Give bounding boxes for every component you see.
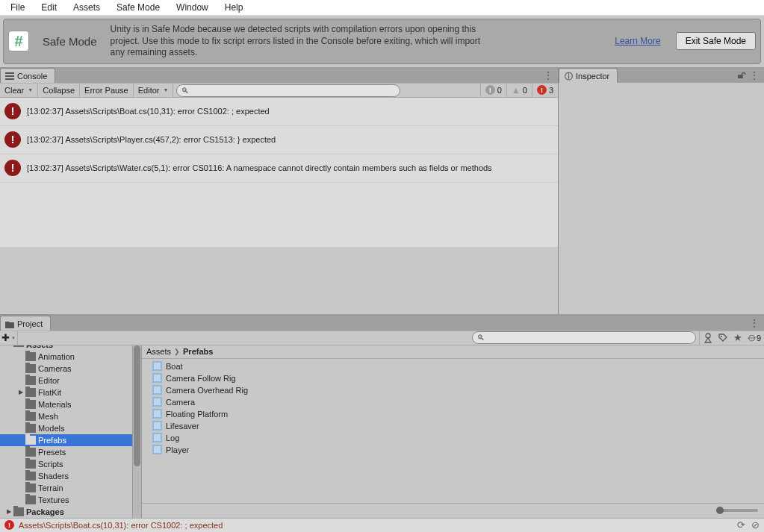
file-item[interactable]: Player bbox=[142, 444, 764, 456]
auto-refresh-icon[interactable]: ⟳ bbox=[737, 519, 745, 531]
file-item[interactable]: Floating Platform bbox=[142, 408, 764, 420]
prefab-icon bbox=[152, 385, 162, 395]
tree-item-animation[interactable]: Animation bbox=[0, 351, 141, 363]
tab-project[interactable]: Project bbox=[0, 316, 51, 331]
folder-icon bbox=[25, 376, 36, 385]
tree-item-shaders[interactable]: Shaders bbox=[0, 470, 141, 482]
console-toolbar: Clear Collapse Error Pause Editor 🔍︎ ! 0… bbox=[0, 83, 558, 98]
inspector-panel: ⓘ Inspector 🔓︎ ⋮ bbox=[559, 68, 764, 314]
filter-by-label-icon[interactable] bbox=[718, 333, 728, 343]
collapse-button[interactable]: Collapse bbox=[38, 84, 80, 97]
tree-item-flatkit[interactable]: ▶FlatKit bbox=[0, 387, 141, 398]
svg-rect-1 bbox=[5, 75, 14, 77]
svg-rect-2 bbox=[5, 78, 14, 80]
crumb-current: Prefabs bbox=[183, 347, 213, 356]
panel-menu-icon[interactable]: ⋮ bbox=[543, 69, 553, 81]
tree-item-materials[interactable]: Materials bbox=[0, 398, 141, 410]
tree-scrollbar[interactable] bbox=[132, 345, 141, 518]
error-counter[interactable]: ! 3 bbox=[532, 84, 558, 97]
activity-icon[interactable]: ⊘ bbox=[751, 519, 760, 531]
menu-help[interactable]: Help bbox=[217, 0, 251, 15]
menu-edit[interactable]: Edit bbox=[34, 0, 64, 15]
tree-item-cameras[interactable]: Cameras bbox=[0, 363, 141, 375]
console-entry[interactable]: ![13:02:37] Assets\Scripts\Water.cs(5,1)… bbox=[0, 154, 558, 183]
inspector-tab-bar: ⓘ Inspector 🔓︎ ⋮ bbox=[559, 68, 764, 83]
expand-arrow-icon[interactable]: ▶ bbox=[16, 389, 25, 395]
learn-more-link[interactable]: Learn More bbox=[615, 36, 660, 46]
zoom-slider[interactable] bbox=[717, 509, 758, 512]
expand-arrow-icon[interactable]: ▶ bbox=[4, 508, 13, 515]
banner-title: Safe Mode bbox=[43, 35, 97, 48]
panel-menu-icon[interactable]: ⋮ bbox=[749, 317, 760, 329]
error-pause-button[interactable]: Error Pause bbox=[80, 84, 134, 97]
file-item[interactable]: Camera Overhead Rig bbox=[142, 384, 764, 396]
tree-item-presets[interactable]: Presets bbox=[0, 446, 141, 458]
tree-item-label: Animation bbox=[38, 352, 132, 361]
tab-inspector[interactable]: ⓘ Inspector bbox=[559, 68, 618, 83]
menu-assets[interactable]: Assets bbox=[66, 0, 108, 15]
tree-item-scripts[interactable]: Scripts bbox=[0, 458, 141, 470]
file-name: Camera bbox=[166, 398, 195, 407]
banner-description: Unity is in Safe Mode because we detecte… bbox=[111, 24, 484, 59]
menu-window[interactable]: Window bbox=[169, 0, 216, 15]
panel-menu-icon[interactable]: ⋮ bbox=[749, 69, 760, 81]
console-entry[interactable]: ![13:02:37] Assets\Scripts\Player.cs(457… bbox=[0, 126, 558, 154]
project-tree[interactable]: AssetsAnimationCamerasEditor▶FlatKitMate… bbox=[0, 345, 142, 518]
hidden-items-counter[interactable]: ⦵ 9 bbox=[748, 333, 761, 343]
info-counter[interactable]: ! 0 bbox=[480, 84, 506, 97]
console-message-list[interactable]: ![13:02:37] Assets\Scripts\Boat.cs(10,31… bbox=[0, 98, 558, 247]
file-item[interactable]: Lifesaver bbox=[142, 420, 764, 432]
filter-by-type-icon[interactable] bbox=[703, 333, 713, 343]
status-message[interactable]: Assets\Scripts\Boat.cs(10,31): error CS1… bbox=[19, 521, 223, 530]
warning-icon: ▲ bbox=[512, 85, 521, 96]
folder-icon bbox=[25, 436, 36, 445]
folder-icon bbox=[25, 484, 36, 492]
file-item[interactable]: Boat bbox=[142, 360, 764, 372]
tree-item-models[interactable]: Models bbox=[0, 422, 141, 434]
error-icon: ! bbox=[4, 103, 21, 119]
tree-item-mesh[interactable]: Mesh bbox=[0, 410, 141, 422]
tab-console[interactable]: Console bbox=[0, 68, 55, 83]
tree-item-label: Prefabs bbox=[38, 436, 132, 445]
file-item[interactable]: Camera bbox=[142, 396, 764, 408]
tree-item-textures[interactable]: Textures bbox=[0, 494, 141, 506]
tree-item-label: Assets bbox=[26, 345, 132, 349]
editor-dropdown[interactable]: Editor bbox=[134, 84, 174, 97]
safe-mode-banner: # Safe Mode Unity is in Safe Mode becaus… bbox=[3, 19, 761, 64]
breadcrumb[interactable]: Assets ❯ Prefabs bbox=[142, 345, 764, 359]
tree-item-label: Materials bbox=[38, 400, 132, 409]
menu-file[interactable]: File bbox=[3, 0, 32, 15]
search-icon: 🔍︎ bbox=[181, 87, 189, 95]
tree-item-label: Terrain bbox=[38, 484, 132, 492]
console-panel: Console ⋮ Clear Collapse Error Pause Edi… bbox=[0, 68, 559, 314]
menu-safe-mode[interactable]: Safe Mode bbox=[109, 0, 167, 15]
tree-item-prefabs[interactable]: Prefabs bbox=[0, 434, 141, 446]
file-name: Boat bbox=[166, 362, 183, 371]
file-item[interactable]: Log bbox=[142, 432, 764, 444]
folder-icon bbox=[25, 352, 36, 361]
prefab-icon bbox=[152, 397, 162, 407]
tree-item-packages[interactable]: ▶Packages bbox=[0, 506, 141, 518]
file-name: Player bbox=[166, 445, 189, 454]
crumb-root[interactable]: Assets bbox=[146, 347, 171, 356]
folder-icon bbox=[25, 400, 36, 409]
file-item[interactable]: Camera Follow Rig bbox=[142, 372, 764, 384]
prefab-icon bbox=[152, 373, 162, 383]
folder-icon bbox=[25, 472, 36, 481]
folder-icon bbox=[25, 388, 36, 397]
console-search-input[interactable]: 🔍︎ bbox=[176, 84, 400, 97]
console-icon bbox=[5, 72, 14, 81]
tree-item-terrain[interactable]: Terrain bbox=[0, 482, 141, 494]
add-button[interactable]: ✚ bbox=[0, 331, 18, 345]
tree-item-label: Scripts bbox=[38, 460, 132, 469]
clear-button[interactable]: Clear bbox=[0, 84, 38, 97]
tree-item-assets[interactable]: Assets bbox=[0, 345, 141, 351]
console-entry[interactable]: ![13:02:37] Assets\Scripts\Boat.cs(10,31… bbox=[0, 98, 558, 126]
project-file-list[interactable]: BoatCamera Follow RigCamera Overhead Rig… bbox=[142, 359, 764, 503]
exit-safe-mode-button[interactable]: Exit Safe Mode bbox=[676, 32, 756, 50]
tree-item-editor[interactable]: Editor bbox=[0, 375, 141, 387]
warning-counter[interactable]: ▲ 0 bbox=[506, 84, 532, 97]
lock-icon[interactable]: 🔓︎ bbox=[738, 71, 746, 80]
favorite-icon[interactable]: ★ bbox=[733, 333, 743, 343]
project-search-input[interactable]: 🔍︎ bbox=[472, 331, 696, 344]
